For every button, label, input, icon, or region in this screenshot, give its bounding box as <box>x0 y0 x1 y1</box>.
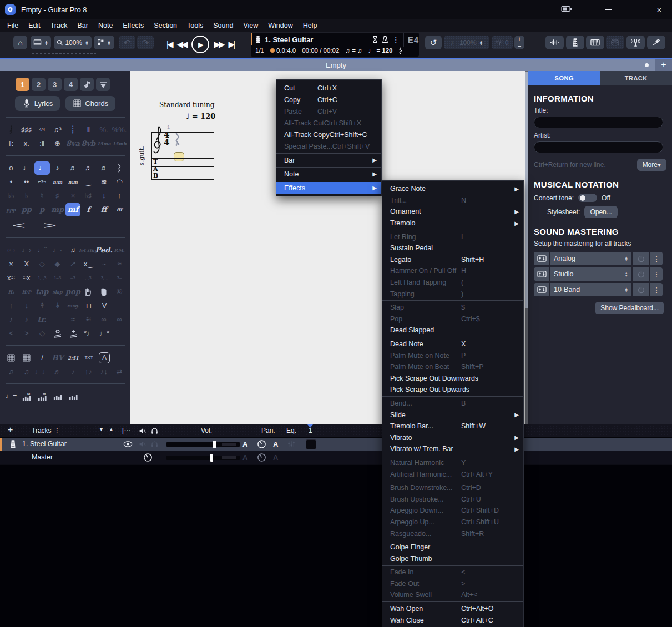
trill-button[interactable]: tr. <box>34 313 50 326</box>
beam-group-button[interactable]: ♬ <box>50 365 65 378</box>
dotted-note-button[interactable]: • <box>3 175 19 189</box>
crescendo-button[interactable]: < <box>3 219 34 232</box>
slide-in-below-button[interactable]: 3‿ <box>96 271 112 285</box>
fingering-button[interactable]: ⑥ <box>112 285 127 299</box>
pan-knob[interactable] <box>257 439 266 451</box>
simile-mark-icon[interactable]: %. <box>96 123 112 136</box>
menu-item-arpeggio-down[interactable]: Arpeggio Down...Ctrl+Shift+D <box>382 505 523 517</box>
menu-item-special-paste[interactable]: Special Paste...Ctrl+Shift+V <box>276 140 381 152</box>
hourglass-icon[interactable] <box>372 36 378 43</box>
text-button[interactable]: TXT <box>81 351 97 365</box>
menu-item-effects[interactable]: Effects▶ <box>276 182 381 194</box>
fretboard-button[interactable] <box>566 36 584 49</box>
undo-button[interactable]: ↶ <box>119 36 135 49</box>
menu-track[interactable]: Track <box>46 20 73 31</box>
go-to-end-button[interactable]: ▶| <box>229 39 234 49</box>
master-gain-knob[interactable] <box>143 453 153 464</box>
tap-button[interactable]: tap <box>34 285 50 299</box>
dynamic-fff[interactable]: fff <box>112 203 127 216</box>
mastering-power-button[interactable] <box>633 252 649 265</box>
menu-item-golpe-thumb[interactable]: Golpe Thumb <box>382 553 523 564</box>
menu-item-fade-out[interactable]: Fade Out> <box>382 578 523 590</box>
menu-item-trill[interactable]: Trill...N <box>382 195 523 206</box>
menu-item-palm-mute-on-note[interactable]: Palm Mute on NoteP <box>382 350 523 361</box>
volume-automation-letter[interactable]: A <box>242 440 247 448</box>
page-view-button[interactable]: ▲▼ <box>31 36 51 49</box>
scrape-out-up-button[interactable]: x≈ <box>3 271 19 285</box>
menu-item-rasgueado[interactable]: Rasgueado...Shift+R <box>382 528 523 539</box>
sharp-button[interactable]: ♯ <box>50 189 65 203</box>
wide-vibrato-button[interactable]: ≈ <box>112 257 127 271</box>
line-in-button[interactable] <box>647 36 665 49</box>
document-tab[interactable]: Empty <box>326 61 346 69</box>
swing-setting[interactable]: ♫ = ♫ <box>345 47 362 54</box>
rasgueado-button[interactable]: rasg. <box>65 299 81 312</box>
menu-help[interactable]: Help <box>298 20 322 31</box>
voice-2-button[interactable]: 2 <box>32 78 46 91</box>
menu-item-fade-in[interactable]: Fade In< <box>382 567 523 578</box>
grace-before-beat-button[interactable]: ♪ <box>3 313 19 326</box>
arpeggio-down-button[interactable]: ↡ <box>50 299 65 312</box>
dynamic-mf[interactable]: mf <box>65 203 81 216</box>
menu-item-dead-note[interactable]: Dead NoteX <box>382 338 523 350</box>
chord-collection-button[interactable] <box>19 351 34 365</box>
mastering-power-button[interactable] <box>633 267 649 281</box>
zoom-stepper[interactable]: ▲▼ <box>85 40 88 45</box>
stem-down-button[interactable]: ♪↓ <box>96 365 112 378</box>
menu-item-paste[interactable]: PasteCtrl+V <box>276 105 381 117</box>
move-track-up-icon[interactable]: ▲ <box>109 427 114 432</box>
fade-in-button[interactable]: < <box>3 327 19 340</box>
grace-notes-view-button[interactable] <box>80 78 94 91</box>
pages-stepper[interactable]: ▲▼ <box>107 40 110 45</box>
sustain-pedal-button[interactable]: Ped. <box>96 244 112 257</box>
pan-automation-button[interactable] <box>65 390 81 403</box>
concert-tone-toggle[interactable] <box>578 194 597 202</box>
menu-item-grace-note[interactable]: Grace Note▶ <box>382 183 523 195</box>
dynamic-ff[interactable]: ff <box>96 203 112 216</box>
track-mute-icon[interactable] <box>139 441 146 449</box>
bar-1-marker[interactable]: 1 <box>309 427 312 434</box>
volume-slider[interactable] <box>166 456 240 460</box>
menu-edit[interactable]: Edit <box>23 20 46 31</box>
menu-item-cut[interactable]: CutCtrl+X <box>276 82 381 94</box>
clef-icon[interactable] <box>3 123 19 136</box>
tracks-menu-button[interactable]: ⋮ <box>54 427 60 434</box>
stylesheet-open-button[interactable]: Open... <box>584 206 617 218</box>
thirtysecond-note-button[interactable]: ♬ <box>80 161 96 175</box>
menu-item-brush-upstroke[interactable]: Brush Upstroke...Ctrl+U <box>382 493 523 505</box>
menu-window[interactable]: Window <box>263 20 297 31</box>
maximize-button[interactable] <box>621 0 646 19</box>
track-row-master[interactable]: MasterAA <box>0 451 672 464</box>
artificial-harmonic-button[interactable]: ◆ <box>50 257 65 271</box>
left-hand-tapping-button[interactable] <box>80 285 96 299</box>
triplet-button[interactable]: ⌐3¬ <box>34 175 50 189</box>
dynamic-pp[interactable]: pp <box>19 203 34 216</box>
menu-item-ornament[interactable]: Ornament▶ <box>382 206 523 218</box>
rest-button[interactable] <box>112 161 127 175</box>
accent-button[interactable]: ♩› <box>19 244 34 257</box>
arpeggio-up-button[interactable]: ↟ <box>34 299 50 312</box>
mute-all-icon[interactable] <box>139 427 146 434</box>
menu-bar[interactable]: Bar <box>73 20 93 31</box>
mastering-power-button[interactable] <box>633 283 649 296</box>
mastering-preset-select[interactable]: 10-Band▲▼ <box>550 283 631 296</box>
new-tab-button[interactable]: + <box>655 59 672 71</box>
multipage-button[interactable]: ▲▼ <box>94 36 114 49</box>
double-simile-icon[interactable]: %%. <box>112 123 127 136</box>
beam-auto-button[interactable]: ♫ <box>3 365 19 378</box>
play-button[interactable]: ▶ <box>191 36 209 53</box>
tie-beat-button[interactable]: ♫ <box>65 244 80 257</box>
transpose-control[interactable]: 0 <box>492 36 513 49</box>
double-sharp-button[interactable]: × <box>65 189 81 203</box>
hammer-slur-button[interactable]: 1‿3 <box>34 271 50 285</box>
menu-item-sustain-pedal[interactable]: Sustain Pedal <box>382 242 523 254</box>
time-signature-icon[interactable]: 4/4 <box>34 123 50 136</box>
tuner-button[interactable] <box>626 36 645 49</box>
multivoice-view-button[interactable] <box>96 78 110 91</box>
slash-notation-button[interactable]: / <box>34 351 50 365</box>
pan-automation-letter[interactable]: A <box>273 440 278 448</box>
more-button[interactable]: More▾ <box>637 159 666 171</box>
mastering-menu-button[interactable]: ⋮ <box>650 283 663 296</box>
zoom-control[interactable]: 100% ▲▼ <box>54 36 92 49</box>
wah-open-button[interactable] <box>50 327 65 340</box>
